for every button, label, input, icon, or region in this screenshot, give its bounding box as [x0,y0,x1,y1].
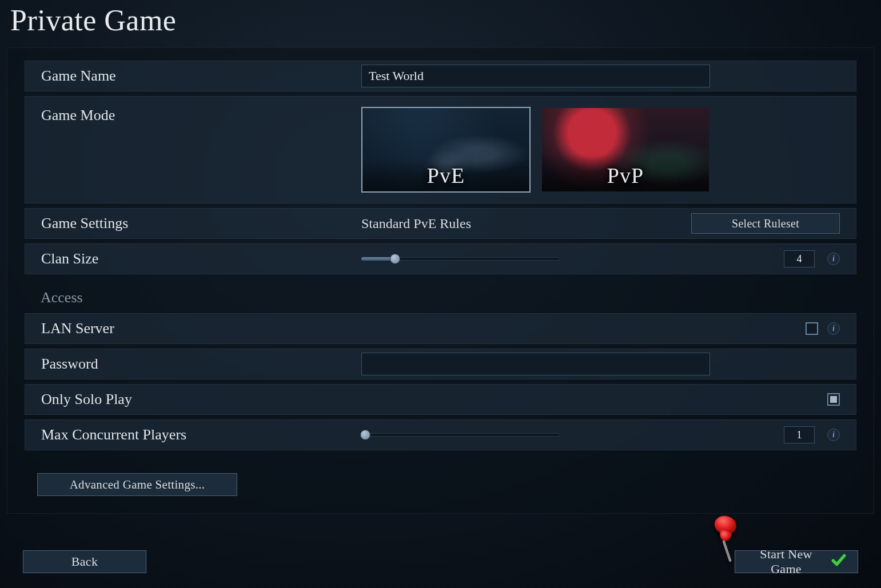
label-game-name: Game Name [41,67,361,85]
max-players-value[interactable] [784,426,815,443]
label-only-solo: Only Solo Play [41,391,361,408]
row-game-mode: Game Mode PvE PvP [25,96,856,203]
row-clan-size: Clan Size i [25,243,856,274]
lan-checkbox[interactable] [806,322,818,335]
slider-thumb[interactable] [390,254,400,264]
row-only-solo: Only Solo Play [25,384,856,415]
back-button[interactable]: Back [23,550,146,573]
mode-card-pvp[interactable]: PvP [541,107,710,193]
label-max-players: Max Concurrent Players [41,426,361,443]
max-players-slider[interactable] [361,433,560,437]
slider-track [361,433,560,437]
clan-size-slider[interactable] [361,257,560,261]
row-game-name: Game Name [25,61,856,91]
slider-thumb[interactable] [360,430,370,440]
advanced-settings-button[interactable]: Advanced Game Settings... [37,473,237,496]
mode-caption-pve: PvE [362,163,529,188]
select-ruleset-button[interactable]: Select Ruleset [691,213,840,234]
label-game-settings: Game Settings [41,215,361,232]
settings-panel: Game Name Game Mode PvE PvP Game Setting… [7,47,874,514]
game-name-input[interactable] [361,65,710,87]
password-input[interactable] [361,353,710,375]
row-lan-server: LAN Server i [25,313,856,344]
mode-card-pve[interactable]: PvE [361,107,531,193]
mode-caption-pvp: PvP [542,163,709,188]
label-clan-size: Clan Size [41,250,361,267]
start-new-game-button[interactable]: Start New Game [735,550,858,573]
svg-point-0 [712,514,738,537]
clan-size-value[interactable] [784,250,815,267]
checkmark-icon [831,553,846,571]
bottom-bar: Back Start New Game [0,550,881,588]
label-password: Password [41,355,361,373]
row-game-settings: Game Settings Standard PvE Rules Select … [25,208,856,239]
info-icon[interactable]: i [827,429,840,441]
row-max-players: Max Concurrent Players i [25,419,856,450]
info-icon[interactable]: i [827,253,840,265]
page-title: Private Game [0,0,881,47]
info-icon[interactable]: i [827,322,840,335]
label-lan-server: LAN Server [41,320,361,337]
start-button-label: Start New Game [747,547,826,577]
label-game-mode: Game Mode [41,107,361,124]
ruleset-name: Standard PvE Rules [361,216,682,231]
only-solo-checkbox[interactable] [827,393,840,406]
access-heading: Access [25,285,856,309]
row-password: Password [25,349,856,379]
